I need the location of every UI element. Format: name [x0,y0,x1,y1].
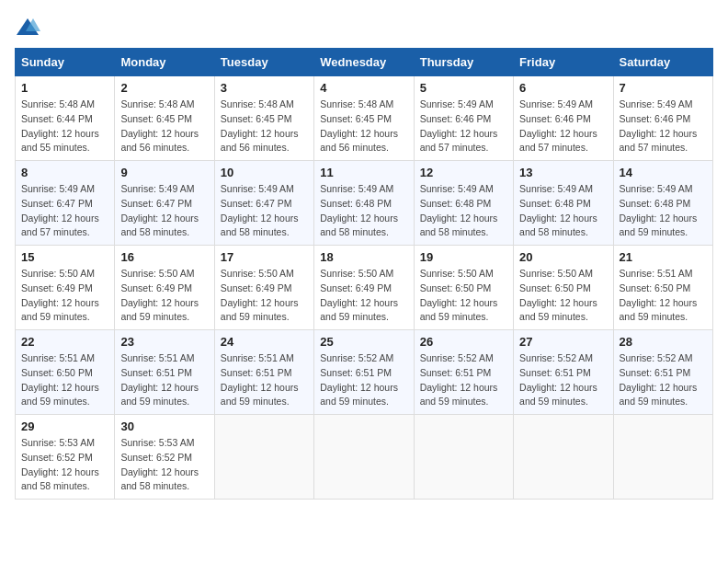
day-info: Sunrise: 5:49 AM Sunset: 6:46 PM Dayligh… [519,98,607,155]
sunset-label: Sunset: 6:51 PM [221,367,292,378]
daylight-label: Daylight: 12 hours and 59 minutes. [320,297,398,323]
sunset-label: Sunset: 6:46 PM [519,113,591,124]
calendar-cell: 27 Sunrise: 5:52 AM Sunset: 6:51 PM Dayl… [514,330,613,415]
calendar-cell: 17 Sunrise: 5:50 AM Sunset: 6:49 PM Dayl… [214,246,313,330]
day-number: 27 [519,335,607,349]
calendar-cell: 21 Sunrise: 5:51 AM Sunset: 6:50 PM Dayl… [613,246,712,330]
sunset-label: Sunset: 6:49 PM [320,282,392,293]
day-info: Sunrise: 5:50 AM Sunset: 6:49 PM Dayligh… [320,267,407,325]
sunrise-label: Sunrise: 5:48 AM [221,98,294,109]
sunset-label: Sunset: 6:46 PM [420,113,492,124]
calendar-week-row: 8 Sunrise: 5:49 AM Sunset: 6:47 PM Dayli… [16,161,713,246]
day-number: 1 [21,81,108,95]
day-info: Sunrise: 5:49 AM Sunset: 6:46 PM Dayligh… [420,98,507,155]
calendar-cell [613,415,712,500]
day-number: 25 [320,335,407,349]
day-number: 11 [320,166,407,179]
day-info: Sunrise: 5:50 AM Sunset: 6:49 PM Dayligh… [221,267,308,325]
calendar-cell: 22 Sunrise: 5:51 AM Sunset: 6:50 PM Dayl… [16,330,115,415]
weekday-header: Saturday [613,49,712,76]
day-number: 4 [320,81,407,95]
day-number: 18 [320,250,407,264]
calendar-cell: 28 Sunrise: 5:52 AM Sunset: 6:51 PM Dayl… [613,330,712,415]
daylight-label: Daylight: 12 hours and 59 minutes. [221,297,299,323]
daylight-label: Daylight: 12 hours and 58 minutes. [420,213,498,238]
sunset-label: Sunset: 6:48 PM [519,198,591,209]
daylight-label: Daylight: 12 hours and 59 minutes. [221,382,299,408]
weekday-header: Thursday [414,49,513,76]
sunset-label: Sunset: 6:46 PM [620,113,691,124]
calendar-cell: 14 Sunrise: 5:49 AM Sunset: 6:48 PM Dayl… [613,161,712,246]
day-info: Sunrise: 5:49 AM Sunset: 6:47 PM Dayligh… [120,182,208,240]
day-number: 16 [120,250,208,264]
calendar-table: SundayMondayTuesdayWednesdayThursdayFrid… [15,48,713,500]
sunset-label: Sunset: 6:51 PM [420,367,492,378]
daylight-label: Daylight: 12 hours and 56 minutes. [320,128,398,154]
calendar-cell: 9 Sunrise: 5:49 AM Sunset: 6:47 PM Dayli… [115,161,214,246]
logo-icon [15,15,40,40]
sunset-label: Sunset: 6:48 PM [320,198,392,209]
sunset-label: Sunset: 6:49 PM [120,282,192,293]
sunset-label: Sunset: 6:50 PM [620,282,691,293]
sunrise-label: Sunrise: 5:48 AM [21,98,95,109]
daylight-label: Daylight: 12 hours and 58 minutes. [221,213,299,238]
sunset-label: Sunset: 6:45 PM [221,113,292,124]
sunset-label: Sunset: 6:49 PM [21,282,93,293]
calendar-cell: 18 Sunrise: 5:50 AM Sunset: 6:49 PM Dayl… [314,246,414,330]
sunset-label: Sunset: 6:44 PM [21,113,93,124]
sunset-label: Sunset: 6:51 PM [620,367,691,378]
day-info: Sunrise: 5:48 AM Sunset: 6:45 PM Dayligh… [320,98,407,155]
daylight-label: Daylight: 12 hours and 58 minutes. [120,213,199,238]
weekday-header-row: SundayMondayTuesdayWednesdayThursdayFrid… [16,49,713,76]
day-info: Sunrise: 5:49 AM Sunset: 6:48 PM Dayligh… [420,182,507,240]
weekday-header: Tuesday [214,49,313,76]
day-number: 7 [620,81,707,95]
calendar-cell: 25 Sunrise: 5:52 AM Sunset: 6:51 PM Dayl… [314,330,414,415]
sunset-label: Sunset: 6:50 PM [420,282,492,293]
calendar-cell: 19 Sunrise: 5:50 AM Sunset: 6:50 PM Dayl… [414,246,513,330]
sunrise-label: Sunrise: 5:48 AM [320,98,393,109]
sunrise-label: Sunrise: 5:50 AM [120,268,194,279]
calendar-cell [214,415,313,500]
daylight-label: Daylight: 12 hours and 59 minutes. [620,382,698,408]
daylight-label: Daylight: 12 hours and 59 minutes. [120,297,199,323]
calendar-cell: 16 Sunrise: 5:50 AM Sunset: 6:49 PM Dayl… [115,246,214,330]
day-number: 30 [120,419,208,433]
calendar-cell: 26 Sunrise: 5:52 AM Sunset: 6:51 PM Dayl… [414,330,513,415]
day-info: Sunrise: 5:49 AM Sunset: 6:48 PM Dayligh… [320,182,407,240]
sunrise-label: Sunrise: 5:50 AM [221,268,294,279]
daylight-label: Daylight: 12 hours and 59 minutes. [120,382,199,408]
day-number: 22 [21,335,108,349]
calendar-cell: 15 Sunrise: 5:50 AM Sunset: 6:49 PM Dayl… [16,246,115,330]
day-number: 10 [221,166,308,179]
sunrise-label: Sunrise: 5:52 AM [519,352,593,363]
daylight-label: Daylight: 12 hours and 59 minutes. [620,213,698,238]
sunset-label: Sunset: 6:47 PM [21,198,93,209]
calendar-cell: 6 Sunrise: 5:49 AM Sunset: 6:46 PM Dayli… [514,76,613,161]
day-info: Sunrise: 5:50 AM Sunset: 6:49 PM Dayligh… [120,267,208,325]
daylight-label: Daylight: 12 hours and 58 minutes. [120,466,199,492]
day-info: Sunrise: 5:49 AM Sunset: 6:48 PM Dayligh… [519,182,607,240]
calendar-cell: 10 Sunrise: 5:49 AM Sunset: 6:47 PM Dayl… [214,161,313,246]
day-info: Sunrise: 5:49 AM Sunset: 6:47 PM Dayligh… [21,182,108,240]
day-info: Sunrise: 5:48 AM Sunset: 6:44 PM Dayligh… [21,98,108,155]
sunrise-label: Sunrise: 5:51 AM [21,352,95,363]
sunrise-label: Sunrise: 5:49 AM [519,98,593,109]
sunrise-label: Sunrise: 5:50 AM [420,268,494,279]
sunrise-label: Sunrise: 5:52 AM [320,352,393,363]
daylight-label: Daylight: 12 hours and 57 minutes. [519,128,597,154]
calendar-cell: 2 Sunrise: 5:48 AM Sunset: 6:45 PM Dayli… [115,76,214,161]
sunset-label: Sunset: 6:47 PM [120,198,192,209]
daylight-label: Daylight: 12 hours and 56 minutes. [120,128,199,154]
day-info: Sunrise: 5:52 AM Sunset: 6:51 PM Dayligh… [420,351,507,409]
sunset-label: Sunset: 6:45 PM [120,113,192,124]
calendar-week-row: 29 Sunrise: 5:53 AM Sunset: 6:52 PM Dayl… [16,415,713,500]
sunrise-label: Sunrise: 5:53 AM [120,437,194,448]
day-info: Sunrise: 5:52 AM Sunset: 6:51 PM Dayligh… [320,351,407,409]
day-info: Sunrise: 5:48 AM Sunset: 6:45 PM Dayligh… [120,98,208,155]
sunrise-label: Sunrise: 5:48 AM [120,98,194,109]
day-number: 29 [21,419,108,433]
sunrise-label: Sunrise: 5:51 AM [221,352,294,363]
calendar-cell [314,415,414,500]
day-info: Sunrise: 5:52 AM Sunset: 6:51 PM Dayligh… [519,351,607,409]
